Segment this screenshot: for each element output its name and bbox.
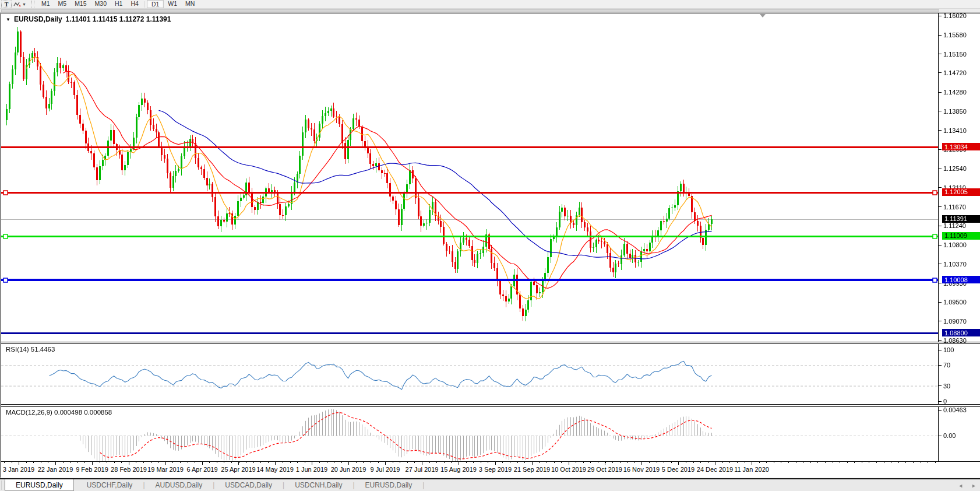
- date-minor-tick: [876, 462, 877, 463]
- date-major-tick: [752, 462, 752, 465]
- date-minor-tick: [158, 462, 158, 463]
- macd-axis[interactable]: 0.004630.00-0.00529: [939, 407, 980, 461]
- timeframe-button-mn[interactable]: MN: [181, 0, 199, 8]
- tab-scroll-left-icon[interactable]: ◄: [958, 483, 963, 489]
- date-major-tick: [569, 462, 569, 465]
- tick-label: 0: [943, 398, 947, 405]
- tick-label: 100: [943, 346, 954, 353]
- timeframe-button-m5[interactable]: M5: [54, 0, 71, 8]
- tab-eurusd-daily[interactable]: EURUSD,Daily: [5, 479, 74, 491]
- tick-label: 1.10370: [943, 261, 967, 268]
- date-minor-tick: [283, 462, 283, 463]
- tick-label: 1.13850: [943, 108, 967, 115]
- date-minor-tick: [700, 462, 701, 463]
- date-minor-tick: [231, 462, 232, 463]
- date-minor-tick: [898, 462, 899, 463]
- date-minor-tick: [598, 462, 598, 463]
- tick-dash: [939, 54, 942, 54]
- tick-dash: [939, 187, 942, 188]
- chart-menu-icon[interactable]: ▼: [6, 17, 10, 22]
- date-major-tick: [238, 462, 239, 465]
- tick-dash: [939, 149, 942, 150]
- date-minor-tick: [488, 462, 488, 463]
- price-axis[interactable]: 1.160201.155801.151501.147201.142801.138…: [939, 13, 980, 342]
- tab-usdchf-daily[interactable]: USDCHF,Daily: [76, 479, 143, 491]
- date-minor-tick: [26, 462, 27, 463]
- timeframe-button-m1[interactable]: M1: [37, 0, 54, 8]
- tab-scroll-right-icon[interactable]: ►: [971, 483, 977, 489]
- toolbar-grip: [31, 1, 34, 8]
- rsi-axis[interactable]: 10070300: [939, 344, 980, 404]
- date-minor-tick: [473, 462, 474, 463]
- tab-audusd-daily[interactable]: AUDUSD,Daily: [145, 479, 213, 491]
- date-label: 21 Sep 2019: [514, 466, 550, 473]
- styles-dropdown-button[interactable]: ▼: [13, 1, 27, 8]
- date-minor-tick: [400, 462, 400, 463]
- date-major-tick: [459, 462, 459, 465]
- date-label: 22 Jan 2019: [38, 466, 73, 473]
- price-axis-tick: 1.11240: [939, 222, 980, 229]
- date-major-tick: [312, 462, 312, 465]
- tick-label: 1.15580: [943, 31, 967, 38]
- tick-dash: [939, 245, 942, 246]
- date-label: 16 Nov 2019: [623, 466, 660, 473]
- timeframe-button-h4[interactable]: H4: [126, 0, 142, 8]
- chart-shift-marker[interactable]: [760, 14, 766, 17]
- price-axis-tick: 1.09070: [939, 318, 980, 325]
- date-minor-tick: [649, 462, 650, 463]
- timeframe-button-d1[interactable]: D1: [147, 0, 164, 8]
- timeframe-button-m30[interactable]: M30: [91, 0, 111, 8]
- date-minor-tick: [371, 462, 371, 463]
- date-minor-tick: [414, 462, 415, 463]
- toolbar-separator: [144, 1, 145, 8]
- date-minor-tick: [561, 462, 562, 463]
- main-chart-canvas[interactable]: [1, 13, 939, 342]
- tab-eurusd-daily[interactable]: EURUSD,Daily: [355, 479, 423, 491]
- tick-dash: [939, 321, 942, 321]
- chart-ohlc-quote: 1.11401 1.11415 1.11272 1.11391: [66, 15, 171, 23]
- tick-dash: [939, 92, 942, 93]
- price-axis-tick: 1.09500: [939, 299, 980, 306]
- date-minor-tick: [33, 462, 34, 463]
- date-minor-tick: [905, 462, 906, 463]
- chart-h-scrollbar-thumb[interactable]: [1, 9, 939, 12]
- tick-dash: [939, 340, 942, 341]
- date-major-tick: [19, 462, 19, 465]
- date-minor-tick: [246, 462, 246, 463]
- date-minor-tick: [209, 462, 210, 463]
- date-axis[interactable]: 3 Jan 201922 Jan 20199 Feb 201928 Feb 20…: [1, 462, 980, 478]
- tab-usdcad-daily[interactable]: USDCAD,Daily: [214, 479, 283, 491]
- date-minor-tick: [136, 462, 136, 463]
- tab-usdcnh-daily[interactable]: USDCNH,Daily: [284, 479, 352, 491]
- date-minor-tick: [48, 462, 48, 463]
- date-minor-tick: [180, 462, 181, 463]
- macd-canvas[interactable]: [1, 407, 939, 461]
- date-major-tick: [495, 462, 496, 465]
- timeframe-button-h1[interactable]: H1: [111, 0, 126, 8]
- rsi-axis-tick: 70: [939, 362, 980, 369]
- date-minor-tick: [664, 462, 664, 463]
- price-tag-1.12005: 1.12005: [942, 188, 980, 196]
- date-minor-tick: [12, 462, 12, 463]
- rsi-canvas[interactable]: [1, 344, 939, 404]
- date-minor-tick: [253, 462, 254, 463]
- chart-symbol-period: EURUSD,Daily: [14, 15, 62, 23]
- date-minor-tick: [913, 462, 914, 463]
- tick-label: 1.09500: [943, 299, 967, 306]
- tick-label: 1.14720: [943, 69, 967, 76]
- rsi-label: RSI(14) 51.4463: [6, 346, 55, 353]
- tick-dash: [939, 302, 942, 303]
- price-axis-tick: 1.10370: [939, 261, 980, 268]
- tick-dash: [939, 169, 942, 169]
- text-tool-button[interactable]: T: [1, 1, 12, 8]
- macd-label: MACD(12,26,9) 0.000498 0.000858: [6, 409, 112, 416]
- chart-h-scrollbar[interactable]: [0, 9, 980, 13]
- timeframe-button-m15[interactable]: M15: [70, 0, 90, 8]
- tick-label: 30: [943, 383, 950, 390]
- timeframe-button-w1[interactable]: W1: [164, 0, 181, 8]
- date-minor-tick: [766, 462, 767, 463]
- tick-dash: [939, 365, 942, 366]
- date-minor-tick: [554, 462, 555, 463]
- date-minor-tick: [363, 462, 364, 463]
- date-major-tick: [715, 462, 715, 465]
